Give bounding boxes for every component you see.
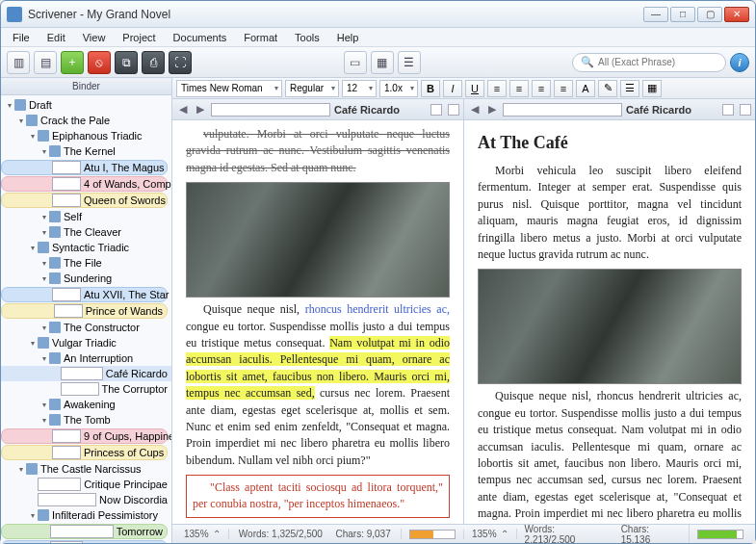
tree-item[interactable]: Queen of Swords <box>1 193 168 208</box>
nav-fwd-icon[interactable]: ▶ <box>194 103 207 116</box>
align-center-button[interactable]: ≡ <box>509 80 529 97</box>
underline-button[interactable]: U <box>465 80 484 97</box>
tree-item[interactable]: ▾The Castle Narcissus <box>1 461 171 477</box>
delete-button[interactable]: ⦸ <box>88 51 111 74</box>
align-justify-button[interactable]: ≡ <box>554 80 573 97</box>
pane-title[interactable]: Café Ricardo <box>334 104 425 116</box>
menu-view[interactable]: View <box>75 30 114 45</box>
add-button[interactable]: ＋ <box>61 51 84 74</box>
tree-item[interactable]: ▾Crack the Pale <box>1 113 171 128</box>
tree-item[interactable]: 9 of Cups, Happiness <box>1 428 168 444</box>
tree-item-label: The Cleaver <box>64 226 121 238</box>
list-button[interactable]: ☰ <box>620 80 639 97</box>
tree-item[interactable]: Prince of Wands <box>1 303 168 319</box>
tree-item[interactable]: Tomorrow <box>1 524 168 539</box>
split-v-icon[interactable] <box>740 104 751 116</box>
tree-item[interactable]: ▾The Kernel <box>1 143 171 159</box>
inspector-button[interactable]: i <box>730 53 749 72</box>
zoom-right[interactable]: 135%⌃ <box>464 529 517 539</box>
format-bar: Times New Roman Regular 12 1.0x B I U ≡ … <box>172 78 755 99</box>
snapshot-button[interactable]: ⎙ <box>142 51 165 74</box>
tree-item[interactable]: ▾Sundering <box>1 271 171 286</box>
italic-button[interactable]: I <box>443 80 462 97</box>
align-right-button[interactable]: ≡ <box>532 80 551 97</box>
pane-title[interactable]: Café Ricardo <box>626 104 717 116</box>
menu-help[interactable]: Help <box>329 30 367 45</box>
highlight-button[interactable]: ✎ <box>598 80 617 97</box>
view-single-button[interactable]: ▭ <box>344 51 367 74</box>
tree-item[interactable]: ▾Epiphanous Triadic <box>1 128 171 143</box>
split-h-icon[interactable] <box>722 104 734 116</box>
tree-item[interactable]: ▾Draft <box>1 97 171 113</box>
maximize-button[interactable]: ▢ <box>697 7 722 22</box>
view-outline-button[interactable]: ☰ <box>398 51 421 74</box>
nav-back-icon[interactable]: ◀ <box>176 103 190 116</box>
menu-project[interactable]: Project <box>115 30 163 45</box>
tree-item-label: Crack the Pale <box>40 115 110 126</box>
tree-item[interactable]: ▾The Constructor <box>1 320 171 335</box>
editor-left[interactable]: vulputate. Morbi at orci vulputate neque… <box>172 120 463 524</box>
split-h-icon[interactable] <box>430 104 442 116</box>
tree-item[interactable]: ▾The Cleaver <box>1 224 171 240</box>
menu-file[interactable]: File <box>5 30 38 45</box>
bold-button[interactable]: B <box>421 80 440 97</box>
font-size-select[interactable]: 12 <box>342 80 377 97</box>
view-cork-button[interactable]: ▦ <box>371 51 394 74</box>
tree-item[interactable]: ▾Vulgar Triadic <box>1 335 171 350</box>
close-button[interactable]: ✕ <box>724 7 749 22</box>
tree-item[interactable]: ▾An Interruption <box>1 350 171 366</box>
fullscreen-button[interactable]: ⛶ <box>169 51 192 74</box>
binder-toggle-button[interactable]: ▥ <box>7 51 30 74</box>
pane-header-left: ◀ ▶ Café Ricardo <box>172 99 463 120</box>
align-left-button[interactable]: ≡ <box>487 80 507 97</box>
folder-icon <box>26 115 38 126</box>
tree-item[interactable]: The Corruptor <box>1 381 171 397</box>
minimize-button[interactable]: — <box>643 7 668 22</box>
font-style-select[interactable]: Regular <box>285 80 339 97</box>
tree-item[interactable]: Journal: Vessels <box>1 540 168 543</box>
tree-item[interactable]: Now Discordia <box>1 492 171 507</box>
table-button[interactable]: ▦ <box>642 80 662 97</box>
tree-item[interactable]: Atu XVII, The Star <box>1 287 168 302</box>
search-input[interactable] <box>598 57 720 67</box>
editor-right[interactable]: At The Café Morbi vehicula leo suscipit … <box>464 120 755 524</box>
binder-tree[interactable]: ▾Draft▾Crack the Pale▾Epiphanous Triadic… <box>1 95 171 543</box>
tree-item-label: Princess of Cups <box>84 447 164 458</box>
search-box[interactable]: 🔍 <box>572 53 726 72</box>
tree-item[interactable]: 4 of Wands, Completion <box>1 176 168 192</box>
menu-edit[interactable]: Edit <box>39 30 73 45</box>
app-window: Scrivener - My Grand Novel — □ ▢ ✕ File … <box>0 0 756 544</box>
tree-item[interactable]: ▾The Tomb <box>1 412 171 427</box>
folder-icon <box>14 99 26 111</box>
folder-icon <box>49 352 61 364</box>
menu-tools[interactable]: Tools <box>287 30 327 45</box>
tree-item[interactable]: ▾Infilteradi Pessimistory <box>1 507 171 523</box>
image-placeholder <box>478 269 742 384</box>
app-icon <box>7 7 22 22</box>
keywords-button[interactable]: ⧉ <box>115 51 138 74</box>
progress-left <box>409 530 456 539</box>
nav-fwd-icon[interactable]: ▶ <box>485 103 499 116</box>
text-color-button[interactable]: A <box>576 80 595 97</box>
doc-icon <box>38 493 96 506</box>
tree-item[interactable]: ▾Awakening <box>1 397 171 412</box>
tree-item[interactable]: ▾The File <box>1 255 171 271</box>
collection-button[interactable]: ▤ <box>34 51 57 74</box>
tree-item[interactable]: Critique Principae <box>1 477 171 492</box>
tree-item[interactable]: Café Ricardo <box>1 366 171 381</box>
doc-icon <box>503 103 622 117</box>
tree-item[interactable]: Princess of Cups <box>1 445 168 460</box>
nav-back-icon[interactable]: ◀ <box>468 103 482 116</box>
tree-item[interactable]: Atu I, The Magus <box>1 160 168 175</box>
font-select[interactable]: Times New Roman <box>176 80 282 97</box>
tree-item-label: Atu XVII, The Star <box>84 289 169 300</box>
line-spacing-select[interactable]: 1.0x <box>379 80 418 97</box>
tree-item[interactable]: ▾Syntactic Triadic <box>1 240 171 255</box>
menu-format[interactable]: Format <box>236 30 285 45</box>
doc-icon <box>38 478 81 491</box>
zoom-left[interactable]: 135%⌃ <box>176 529 229 539</box>
restore-button[interactable]: □ <box>670 7 695 22</box>
tree-item[interactable]: ▾Self <box>1 209 171 224</box>
split-v-icon[interactable] <box>448 104 459 116</box>
menu-documents[interactable]: Documents <box>166 30 235 45</box>
